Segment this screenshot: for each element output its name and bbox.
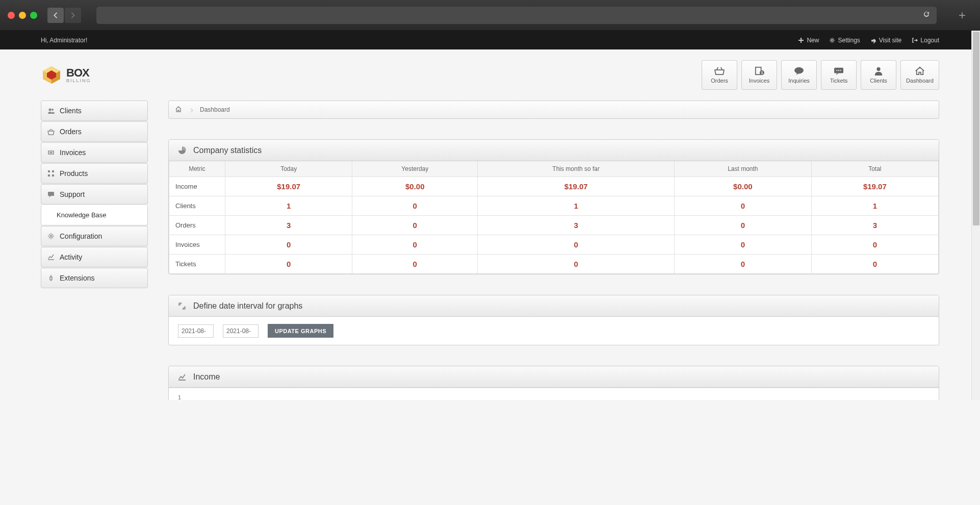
sidebar-item-knowledge-base[interactable]: Knowledge Base <box>41 205 148 225</box>
stats-row-invoices: Invoices 0 0 0 0 0 <box>169 235 939 255</box>
sidebar-item-products[interactable]: Products <box>41 163 148 184</box>
date-interval-panel: Define date interval for graphs UPDATE G… <box>168 295 939 345</box>
svg-rect-18 <box>52 170 54 172</box>
back-button[interactable] <box>47 8 64 23</box>
person-icon <box>873 66 884 75</box>
stat-value[interactable]: 1 <box>811 196 938 216</box>
stat-value[interactable]: 0 <box>811 255 938 274</box>
panel-header: Income <box>169 366 939 388</box>
logo-cube-icon <box>41 64 62 86</box>
stat-value[interactable]: 3 <box>811 216 938 235</box>
sidebar-item-activity[interactable]: Activity <box>41 247 148 267</box>
date-from-input[interactable] <box>178 324 214 338</box>
close-window-button[interactable] <box>8 12 15 19</box>
sidebar: Clients Orders Invoices Products Support <box>41 100 148 400</box>
stat-value[interactable]: 3 <box>225 216 352 235</box>
sidebar-item-invoices[interactable]: Invoices <box>41 142 148 163</box>
sidebar-item-configuration[interactable]: Configuration <box>41 226 148 246</box>
stat-value[interactable]: 0 <box>225 235 352 255</box>
tickets-quick-button[interactable]: Tickets <box>821 60 857 90</box>
col-this-month: This month so far <box>478 161 675 177</box>
new-link[interactable]: New <box>798 37 819 44</box>
logout-link[interactable]: Logout <box>912 37 939 44</box>
sidebar-item-clients[interactable]: Clients <box>41 100 148 121</box>
metric-label: Tickets <box>169 255 225 274</box>
date-to-input[interactable] <box>223 324 259 338</box>
col-today: Today <box>225 161 352 177</box>
panel-header: Define date interval for graphs <box>169 295 939 317</box>
sidebar-item-orders[interactable]: Orders <box>41 121 148 142</box>
speech-icon <box>47 191 55 198</box>
forward-button[interactable] <box>65 8 81 23</box>
metric-label: Invoices <box>169 235 225 255</box>
stat-value[interactable]: 1 <box>478 196 675 216</box>
clients-qb-label: Clients <box>870 78 887 84</box>
company-statistics-panel: Company statistics Metric Today Yesterda… <box>168 139 939 274</box>
quick-buttons: Orders $ Invoices Inquiries Tickets Clie… <box>702 60 939 90</box>
stat-value[interactable]: 0 <box>478 255 675 274</box>
logo[interactable]: BOX BILLING <box>41 64 91 86</box>
grid-icon <box>47 170 55 177</box>
sidebar-item-extensions[interactable]: Extensions <box>41 268 148 288</box>
stat-value[interactable]: 0 <box>352 255 478 274</box>
metric-label: Income <box>169 177 225 196</box>
invoices-quick-button[interactable]: $ Invoices <box>741 60 777 90</box>
settings-link[interactable]: Settings <box>829 37 860 44</box>
svg-point-15 <box>51 109 54 111</box>
scrollbar-thumb[interactable] <box>973 32 979 225</box>
reload-icon[interactable] <box>922 10 931 20</box>
stat-value[interactable]: $0.00 <box>675 177 812 196</box>
breadcrumb: › Dashboard <box>168 100 939 119</box>
svg-rect-17 <box>48 170 50 172</box>
sidebar-item-support[interactable]: Support <box>41 184 148 205</box>
visit-site-link[interactable]: Visit site <box>870 37 901 44</box>
stat-value[interactable]: 0 <box>675 235 812 255</box>
income-chart: 1 <box>169 388 939 400</box>
inquiries-quick-button[interactable]: Inquiries <box>781 60 817 90</box>
stat-value[interactable]: 0 <box>811 235 938 255</box>
svg-point-22 <box>50 235 52 237</box>
metric-label: Clients <box>169 196 225 216</box>
stat-value[interactable]: 1 <box>225 196 352 216</box>
stat-value[interactable]: 0 <box>352 216 478 235</box>
home-icon[interactable] <box>175 106 182 114</box>
stat-value[interactable]: 3 <box>478 216 675 235</box>
maximize-window-button[interactable] <box>30 12 37 19</box>
url-bar[interactable] <box>96 7 937 24</box>
header-row: BOX BILLING Orders $ Invoices Inquiries <box>31 49 949 100</box>
invoice-icon: $ <box>754 66 765 75</box>
logout-icon <box>912 37 918 43</box>
svg-point-10 <box>836 70 837 71</box>
stat-value[interactable]: 0 <box>352 196 478 216</box>
update-graphs-button[interactable]: UPDATE GRAPHS <box>268 324 333 338</box>
new-tab-button[interactable]: + <box>952 5 972 26</box>
sidebar-label: Products <box>60 169 88 178</box>
tickets-qb-label: Tickets <box>830 78 847 84</box>
invoices-qb-label: Invoices <box>749 78 769 84</box>
y-tick: 1 <box>178 394 181 400</box>
clients-quick-button[interactable]: Clients <box>861 60 896 90</box>
minimize-window-button[interactable] <box>19 12 26 19</box>
stat-value[interactable]: 0 <box>352 235 478 255</box>
stat-value[interactable]: $19.07 <box>225 177 352 196</box>
scrollbar[interactable] <box>971 31 980 400</box>
stats-row-income: Income $19.07 $0.00 $19.07 $0.00 $19.07 <box>169 177 939 196</box>
stat-value[interactable]: $19.07 <box>478 177 675 196</box>
dashboard-quick-button[interactable]: Dashboard <box>900 60 939 90</box>
pie-chart-icon <box>178 146 186 155</box>
stat-value[interactable]: 0 <box>225 255 352 274</box>
col-total: Total <box>811 161 938 177</box>
stat-value[interactable]: $0.00 <box>352 177 478 196</box>
orders-quick-button[interactable]: Orders <box>702 60 737 90</box>
stat-value[interactable]: 0 <box>675 216 812 235</box>
stats-header-row: Metric Today Yesterday This month so far… <box>169 161 939 177</box>
stat-value[interactable]: 0 <box>675 255 812 274</box>
stats-row-tickets: Tickets 0 0 0 0 0 <box>169 255 939 274</box>
stat-value[interactable]: 0 <box>675 196 812 216</box>
stat-value[interactable]: 0 <box>478 235 675 255</box>
speech-bubble-icon <box>793 66 805 75</box>
sidebar-label: Invoices <box>60 148 86 157</box>
stat-value[interactable]: $19.07 <box>811 177 938 196</box>
logout-label: Logout <box>920 37 939 44</box>
new-label: New <box>807 37 819 44</box>
